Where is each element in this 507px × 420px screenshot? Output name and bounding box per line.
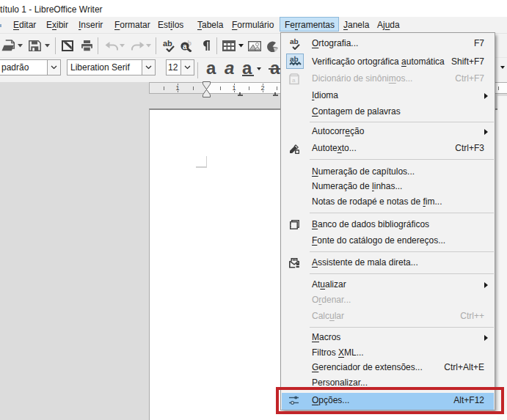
svg-text:a: a	[292, 77, 296, 84]
svg-text:a: a	[183, 43, 187, 51]
